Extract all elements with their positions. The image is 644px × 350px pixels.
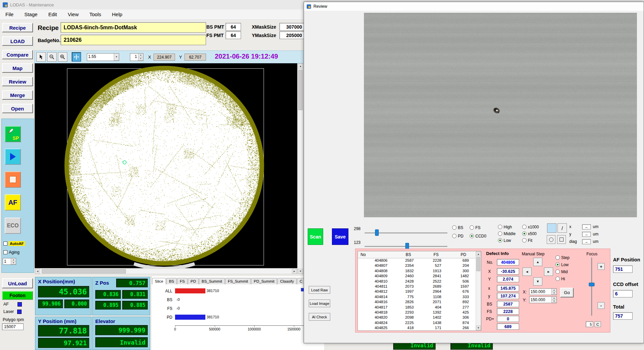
tab-fs_summit[interactable]: FS_Summit bbox=[225, 278, 251, 284]
sidebar-button-review[interactable]: Review bbox=[2, 77, 33, 86]
zoom-out-tool-button[interactable] bbox=[47, 52, 57, 62]
af-button[interactable]: AF bbox=[5, 194, 21, 211]
table-row[interactable]: 40481024282522506 bbox=[358, 279, 481, 284]
focus-c-button[interactable]: C bbox=[595, 321, 601, 327]
table-row[interactable]: 404811207326891597 bbox=[358, 284, 481, 289]
menu-help[interactable]: Help bbox=[107, 9, 128, 20]
radio-step-mid[interactable]: Mid bbox=[555, 269, 570, 274]
badge-field[interactable]: 210626 bbox=[61, 35, 206, 45]
fs-pmt-value[interactable]: 64 bbox=[226, 31, 241, 39]
aging-checkbox[interactable]: Aging bbox=[3, 250, 20, 255]
slash-tool-button[interactable]: / bbox=[557, 223, 567, 233]
step-stepper[interactable]: 1 ▲▼ bbox=[130, 53, 143, 61]
load-raw-button[interactable]: Load Raw bbox=[309, 286, 330, 294]
defect-table-body[interactable]: 4048062587222868940480723545272044048081… bbox=[358, 258, 481, 331]
stop-button[interactable] bbox=[5, 171, 21, 188]
column-header-bs[interactable]: BS bbox=[393, 251, 420, 258]
load-image-button[interactable]: Load Image bbox=[309, 299, 330, 307]
circle-tool-button[interactable] bbox=[547, 235, 555, 244]
footon-button[interactable]: Footon bbox=[2, 291, 33, 300]
autoaf-checkbox[interactable]: AutoAF bbox=[3, 241, 25, 246]
save-button[interactable]: Save bbox=[332, 228, 348, 245]
table-row[interactable]: 40482422251438874 bbox=[358, 321, 481, 326]
pointer-tool-button[interactable] bbox=[36, 52, 46, 62]
focus-track[interactable] bbox=[591, 258, 592, 316]
focus-minus-button[interactable]: - bbox=[598, 302, 605, 309]
tab-bs[interactable]: BS bbox=[166, 278, 177, 284]
aging-box[interactable] bbox=[3, 250, 7, 254]
wafer-map-canvas[interactable] bbox=[35, 63, 297, 268]
radio-step-hi[interactable]: Hi bbox=[555, 276, 570, 281]
slider1-thumb[interactable] bbox=[375, 229, 379, 236]
column-header-no[interactable]: No bbox=[358, 251, 393, 258]
menu-stage[interactable]: Stage bbox=[19, 9, 43, 20]
table-row[interactable]: 40482020981402306 bbox=[358, 315, 481, 320]
sidebar-button-merge[interactable]: Merge bbox=[2, 90, 33, 100]
menu-tools[interactable]: Tools bbox=[84, 9, 106, 20]
table-row[interactable]: 4048147751108333 bbox=[358, 295, 481, 300]
sidebar-button-load[interactable]: LOAD bbox=[2, 36, 33, 46]
zoom-in-tool-button[interactable] bbox=[58, 52, 67, 62]
tab-fs[interactable]: FS bbox=[177, 278, 188, 284]
radio-source-fs[interactable]: FS bbox=[470, 225, 491, 230]
table-row[interactable]: 4048072354527204 bbox=[358, 263, 481, 268]
sidebar-button-open[interactable]: Open bbox=[2, 104, 33, 113]
sidebar-button-recipe[interactable]: Recipe bbox=[2, 23, 33, 32]
table-row[interactable]: 404825418171266 bbox=[358, 326, 481, 331]
manual-y-stepper[interactable]: 150.000 ▲▼ bbox=[529, 296, 557, 303]
table-row[interactable]: 40480818321913300 bbox=[358, 269, 481, 274]
go-button[interactable]: Go bbox=[560, 288, 574, 297]
play-button[interactable] bbox=[5, 149, 21, 165]
radio-zoom-x500[interactable]: x500 bbox=[522, 231, 539, 236]
menu-file[interactable]: File bbox=[0, 9, 19, 20]
tab-slice[interactable]: Slice bbox=[152, 278, 166, 284]
radio-step-low[interactable]: Low bbox=[555, 262, 570, 267]
map-vscrollbar[interactable]: ▲ ▼ bbox=[298, 63, 303, 274]
table-row[interactable]: 40480625872228689 bbox=[358, 258, 481, 263]
autoaf-box[interactable] bbox=[3, 242, 7, 246]
zoom-select[interactable]: 1.55 ▼ bbox=[87, 53, 119, 61]
radio-source-bs[interactable]: BS bbox=[452, 225, 470, 230]
radio-level-low[interactable]: Low bbox=[498, 238, 515, 243]
radio-level-high[interactable]: High bbox=[498, 224, 515, 229]
square-tool-button[interactable] bbox=[557, 235, 566, 244]
focus-thumb[interactable] bbox=[589, 283, 595, 286]
column-header-pd[interactable]: PD bbox=[448, 251, 476, 258]
tab-bs_summit[interactable]: BS_Summit bbox=[199, 278, 225, 284]
column-header-fs[interactable]: FS bbox=[420, 251, 448, 258]
menu-edit[interactable]: Edit bbox=[43, 9, 62, 20]
sidebar-button-map[interactable]: Map bbox=[2, 63, 33, 73]
unload-button[interactable]: UnLoad bbox=[2, 278, 33, 288]
pan-tool-button[interactable] bbox=[72, 52, 81, 62]
radio-level-middle[interactable]: Middle bbox=[498, 231, 515, 236]
ai-check-button[interactable]: AI Check bbox=[309, 313, 330, 321]
table-row[interactable]: 404809246028411482 bbox=[358, 274, 481, 279]
camera-image[interactable] bbox=[364, 13, 637, 217]
step-up-button[interactable]: ▲ bbox=[533, 258, 542, 266]
table-row[interactable]: 40481822931392425 bbox=[358, 310, 481, 315]
aging-stepper[interactable]: 1 ▲▼ bbox=[3, 258, 16, 265]
table-scrollbar[interactable]: ▲ ▼ bbox=[476, 251, 481, 330]
table-row[interactable]: 4048171853404277 bbox=[358, 305, 481, 310]
review-titlebar[interactable]: Review bbox=[304, 2, 644, 11]
bs-pmt-value[interactable]: 64 bbox=[226, 23, 241, 31]
tab-pd[interactable]: PD bbox=[188, 278, 199, 284]
recipe-field[interactable]: LODAS-6inch-5mm-DotMask bbox=[61, 22, 206, 33]
step-right-button[interactable]: ► bbox=[544, 267, 553, 276]
radio-zoom-fit[interactable]: Fit bbox=[522, 238, 539, 243]
table-row[interactable]: 40481628262071892 bbox=[358, 300, 481, 305]
scan-button[interactable]: Scan bbox=[308, 228, 323, 245]
eco-button[interactable]: ECO bbox=[5, 218, 21, 234]
radio-step-step[interactable]: Step bbox=[555, 255, 570, 260]
map-hscrollbar[interactable]: ◄ ► bbox=[35, 268, 297, 274]
defect-table[interactable]: NoBSFSPD 4048062587222868940480723545272… bbox=[358, 251, 481, 331]
sp-button[interactable]: SP bbox=[5, 126, 21, 142]
tab-claasify[interactable]: Claasify bbox=[277, 278, 297, 284]
radio-zoom-x1000[interactable]: x1000 bbox=[522, 224, 539, 229]
marker-color-button[interactable] bbox=[547, 223, 556, 233]
manual-x-stepper[interactable]: 150.000 ▲▼ bbox=[529, 288, 557, 295]
step-down-button[interactable]: ▼ bbox=[533, 277, 542, 286]
radio-source-ccd0[interactable]: CCD0 bbox=[470, 233, 491, 238]
step-left-button[interactable]: ◄ bbox=[522, 267, 532, 276]
menu-view[interactable]: View bbox=[62, 9, 84, 20]
